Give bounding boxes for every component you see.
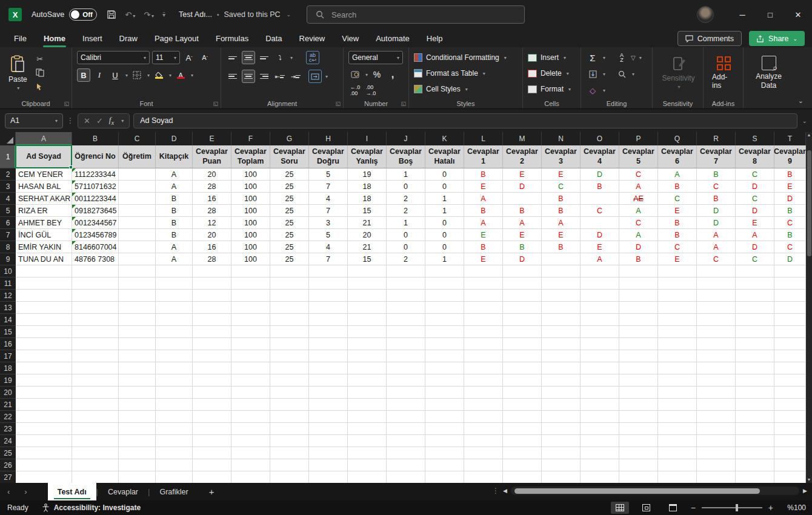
- row-header-19[interactable]: 19: [0, 374, 16, 387]
- copy-icon[interactable]: [33, 67, 47, 78]
- cell-E25[interactable]: [193, 447, 231, 459]
- top-align-icon[interactable]: [226, 51, 239, 64]
- cell-F24[interactable]: [231, 435, 270, 447]
- cell-A2[interactable]: CEM YENER: [16, 168, 72, 181]
- excel-app-icon[interactable]: X: [8, 8, 22, 21]
- cell-S14[interactable]: [736, 314, 774, 326]
- cell-I8[interactable]: 21: [348, 241, 387, 253]
- cell-G14[interactable]: [270, 314, 309, 326]
- cell-D5[interactable]: B: [156, 205, 193, 217]
- cell-K12[interactable]: [425, 290, 464, 302]
- row-header-10[interactable]: 10: [0, 265, 16, 277]
- cell-S4[interactable]: C: [736, 193, 774, 205]
- cell-B7[interactable]: 0123456789: [72, 229, 119, 241]
- cell-B25[interactable]: [72, 447, 119, 459]
- cell-Q12[interactable]: [658, 290, 697, 302]
- cell-M22[interactable]: [503, 411, 542, 423]
- cell-T6[interactable]: C: [774, 217, 806, 229]
- cell-O20[interactable]: [581, 387, 619, 399]
- cell-B16[interactable]: [72, 338, 119, 350]
- cell-O3[interactable]: B: [581, 181, 619, 193]
- cell-P22[interactable]: [619, 411, 658, 423]
- align-center-icon[interactable]: [242, 70, 255, 83]
- cell-C3[interactable]: [119, 181, 156, 193]
- row-header-15[interactable]: 15: [0, 326, 16, 338]
- cell-L27[interactable]: [464, 471, 503, 483]
- cell-N16[interactable]: [542, 338, 581, 350]
- cell-J6[interactable]: 1: [387, 217, 425, 229]
- cell-A16[interactable]: [16, 338, 72, 350]
- cell-R16[interactable]: [697, 338, 736, 350]
- cell-F12[interactable]: [231, 290, 270, 302]
- cell-C23[interactable]: [119, 423, 156, 435]
- header-cell-M1[interactable]: Cevaplar2: [503, 145, 542, 168]
- cell-N13[interactable]: [542, 302, 581, 314]
- cell-E26[interactable]: [193, 459, 231, 471]
- ribbon-tab-page-layout[interactable]: Page Layout: [147, 31, 207, 46]
- cell-G19[interactable]: [270, 374, 309, 387]
- cell-K3[interactable]: 0: [425, 181, 464, 193]
- accessibility-status[interactable]: Accessibility: Investigate: [42, 503, 141, 512]
- cell-E27[interactable]: [193, 471, 231, 483]
- cell-R9[interactable]: C: [697, 253, 736, 265]
- cell-J12[interactable]: [387, 290, 425, 302]
- column-header-I[interactable]: I: [348, 132, 387, 145]
- cell-G13[interactable]: [270, 302, 309, 314]
- cell-K18[interactable]: [425, 362, 464, 374]
- expand-formula-bar-icon[interactable]: ⌄: [802, 118, 807, 124]
- header-cell-P1[interactable]: Cevaplar5: [619, 145, 658, 168]
- cell-P15[interactable]: [619, 326, 658, 338]
- cell-B4[interactable]: 0011223344: [72, 193, 119, 205]
- cell-M27[interactable]: [503, 471, 542, 483]
- cell-D25[interactable]: [156, 447, 193, 459]
- cell-O12[interactable]: [581, 290, 619, 302]
- cell-H15[interactable]: [309, 326, 348, 338]
- cell-N3[interactable]: C: [542, 181, 581, 193]
- cell-P16[interactable]: [619, 338, 658, 350]
- cell-M6[interactable]: A: [503, 217, 542, 229]
- cell-N25[interactable]: [542, 447, 581, 459]
- column-header-B[interactable]: B: [72, 132, 119, 145]
- row-header-25[interactable]: 25: [0, 447, 16, 459]
- cell-E21[interactable]: [193, 399, 231, 411]
- underline-dropdown-icon[interactable]: ▾: [125, 73, 128, 78]
- cell-F27[interactable]: [231, 471, 270, 483]
- cell-A22[interactable]: [16, 411, 72, 423]
- cell-R19[interactable]: [697, 374, 736, 387]
- cell-R25[interactable]: [697, 447, 736, 459]
- cell-J18[interactable]: [387, 362, 425, 374]
- comments-button[interactable]: Comments: [677, 31, 742, 46]
- cell-L17[interactable]: [464, 350, 503, 362]
- cell-J11[interactable]: [387, 277, 425, 290]
- cell-O13[interactable]: [581, 302, 619, 314]
- column-header-S[interactable]: S: [736, 132, 774, 145]
- cell-Q10[interactable]: [658, 265, 697, 277]
- cell-T23[interactable]: [774, 423, 806, 435]
- cell-P26[interactable]: [619, 459, 658, 471]
- cell-K22[interactable]: [425, 411, 464, 423]
- cell-J7[interactable]: 0: [387, 229, 425, 241]
- cell-A24[interactable]: [16, 435, 72, 447]
- cell-I27[interactable]: [348, 471, 387, 483]
- cell-J8[interactable]: 0: [387, 241, 425, 253]
- cell-R14[interactable]: [697, 314, 736, 326]
- cell-S26[interactable]: [736, 459, 774, 471]
- cell-S22[interactable]: [736, 411, 774, 423]
- cell-L19[interactable]: [464, 374, 503, 387]
- header-cell-L1[interactable]: Cevaplar1: [464, 145, 503, 168]
- cell-C27[interactable]: [119, 471, 156, 483]
- cell-P14[interactable]: [619, 314, 658, 326]
- cell-T20[interactable]: [774, 387, 806, 399]
- normal-view-icon[interactable]: [611, 502, 629, 514]
- cell-F21[interactable]: [231, 399, 270, 411]
- cell-N4[interactable]: B: [542, 193, 581, 205]
- cell-J27[interactable]: [387, 471, 425, 483]
- cell-S27[interactable]: [736, 471, 774, 483]
- cell-A5[interactable]: RIZA ER: [16, 205, 72, 217]
- cell-D16[interactable]: [156, 338, 193, 350]
- cell-O10[interactable]: [581, 265, 619, 277]
- cell-P11[interactable]: [619, 277, 658, 290]
- cell-K24[interactable]: [425, 435, 464, 447]
- header-cell-O1[interactable]: Cevaplar4: [581, 145, 619, 168]
- cell-S8[interactable]: D: [736, 241, 774, 253]
